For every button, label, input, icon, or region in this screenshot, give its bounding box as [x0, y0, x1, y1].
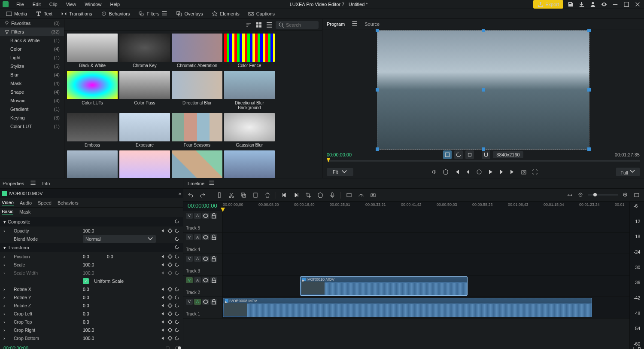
tab-overlays[interactable]: Overlays	[172, 9, 207, 18]
track-lane[interactable]: ▸IVOR0010.MOV	[223, 276, 629, 297]
filter-thumb[interactable]: Emboss	[67, 113, 118, 149]
reset-icon[interactable]	[174, 236, 179, 242]
speed-icon[interactable]	[357, 191, 365, 199]
user-icon[interactable]	[589, 0, 597, 8]
filter-thumb[interactable]: Color Pass	[119, 71, 170, 111]
filter-thumb[interactable]: Chromatic Aberration	[172, 34, 222, 69]
expand-icon[interactable]: »	[179, 191, 181, 196]
track-visibility-icon[interactable]	[202, 256, 209, 262]
sidebar-cat[interactable]: Black & White(1)	[0, 36, 64, 45]
filter-thumb[interactable]: Chroma Key	[119, 34, 170, 69]
add-key-icon[interactable]	[167, 287, 173, 292]
close-icon[interactable]	[634, 0, 641, 8]
tab-behaviors[interactable]: Behaviors	[97, 9, 134, 18]
reset-icon[interactable]	[174, 303, 179, 308]
cut-icon[interactable]	[228, 191, 235, 199]
prev-frame-icon[interactable]	[464, 168, 472, 176]
search-box[interactable]	[276, 21, 319, 29]
search-input[interactable]	[286, 22, 316, 28]
track-lock-icon[interactable]	[210, 234, 217, 240]
reset-icon[interactable]	[174, 262, 179, 267]
sidebar-filters[interactable]: Filters(32)	[0, 28, 64, 36]
rotate-tool-icon[interactable]	[454, 150, 463, 159]
prev-key-icon[interactable]	[161, 228, 166, 233]
preview-viewport[interactable]	[322, 30, 644, 150]
sidebar-cat[interactable]: Light(1)	[0, 53, 64, 62]
sidebar-cat[interactable]: Mask(4)	[0, 79, 64, 88]
timeline-tab[interactable]: Timeline	[187, 181, 204, 186]
track-video-toggle[interactable]: V	[186, 213, 193, 219]
sidebar-cat[interactable]: Color LUT(1)	[0, 122, 64, 131]
subtab-behaviors[interactable]: Behaviors	[58, 200, 79, 205]
tab-properties[interactable]: Properties	[3, 181, 24, 186]
track-visibility-icon[interactable]	[202, 213, 209, 219]
track-video-toggle[interactable]: V	[186, 256, 193, 262]
sort-icon[interactable]	[245, 21, 252, 29]
snapshot2-icon[interactable]	[369, 191, 377, 199]
export-button[interactable]: Export	[533, 0, 563, 9]
video-frame[interactable]	[377, 30, 589, 150]
track-visibility-icon[interactable]	[202, 299, 209, 305]
zoom-fit-dropdown[interactable]: Fit	[327, 168, 353, 176]
crop-tool-icon[interactable]	[443, 150, 452, 159]
view-grid-icon[interactable]	[255, 21, 263, 29]
reset-icon[interactable]	[174, 287, 179, 292]
menu-view[interactable]: View	[62, 0, 81, 9]
mark-out-icon[interactable]	[292, 191, 300, 199]
prev-key-icon[interactable]	[161, 303, 166, 308]
reset-icon[interactable]	[174, 328, 179, 333]
reset-icon[interactable]	[174, 319, 179, 325]
filter-thumb[interactable]: Jigsaw	[172, 150, 222, 178]
track-lock-icon[interactable]	[210, 299, 217, 305]
minimize-icon[interactable]	[611, 0, 619, 8]
sidebar-cat[interactable]: Blur(4)	[0, 70, 64, 79]
render-icon[interactable]	[345, 191, 353, 199]
menu-file[interactable]: File	[12, 0, 28, 9]
mark-in-icon[interactable]	[280, 191, 288, 199]
next-frame-icon[interactable]	[498, 168, 505, 176]
track-video-toggle[interactable]: V	[186, 234, 193, 240]
filter-thumb[interactable]: Color LUTs	[67, 71, 118, 111]
copy-icon[interactable]	[240, 191, 247, 199]
reset-icon[interactable]	[174, 254, 179, 259]
stop-button[interactable]	[475, 168, 483, 176]
sidebar-cat[interactable]: Gradient(1)	[0, 105, 64, 113]
zoom-in-icon[interactable]	[622, 191, 629, 199]
timeline-view-icon[interactable]	[633, 191, 641, 199]
crop-icon[interactable]	[304, 191, 312, 199]
track-audio-toggle[interactable]: A	[194, 213, 201, 219]
tab-media[interactable]: Media	[2, 9, 31, 18]
track-video-toggle[interactable]: V	[186, 299, 193, 305]
section-transform[interactable]: ▾ Transform	[0, 243, 183, 252]
add-key-icon[interactable]	[167, 303, 173, 308]
mic-icon[interactable]	[328, 191, 336, 199]
tab-info[interactable]: Info	[42, 181, 50, 186]
split-icon[interactable]	[216, 191, 223, 199]
reset-icon[interactable]	[174, 311, 179, 316]
track-lane[interactable]	[223, 211, 629, 232]
track-audio-toggle[interactable]: A	[194, 299, 201, 305]
add-key-icon[interactable]	[167, 254, 173, 259]
track-lane[interactable]: ▸IVOR0008.MOV	[223, 297, 629, 318]
subtab-video[interactable]: Video	[2, 200, 14, 205]
subsub-basic[interactable]: Basic	[2, 209, 13, 214]
sidebar-cat[interactable]: Shape(4)	[0, 88, 64, 96]
track-lane[interactable]	[223, 233, 629, 254]
preview-scrubber[interactable]	[327, 160, 640, 162]
prev-key-icon[interactable]	[161, 262, 166, 267]
save-icon[interactable]	[567, 0, 574, 8]
blend-mode-dropdown[interactable]: Normal	[83, 235, 156, 243]
menu-window[interactable]: Window	[80, 0, 106, 9]
sidebar-cat[interactable]: Mosaic(4)	[0, 96, 64, 105]
track-visibility-icon[interactable]	[202, 234, 209, 240]
sidebar-cat[interactable]: Stylize(5)	[0, 62, 64, 70]
zoom-out-icon[interactable]	[577, 191, 585, 199]
subsub-mask[interactable]: Mask	[19, 209, 30, 214]
track-video-toggle[interactable]: V	[186, 277, 193, 283]
add-key-icon[interactable]	[167, 336, 173, 341]
track-audio-toggle[interactable]: A	[194, 256, 201, 262]
delete-icon[interactable]	[264, 191, 271, 199]
filter-thumb[interactable]: Color Fence	[224, 34, 275, 69]
timeline-clip[interactable]: ▸IVOR0010.MOV	[300, 276, 468, 296]
view-list-icon[interactable]	[265, 21, 273, 29]
